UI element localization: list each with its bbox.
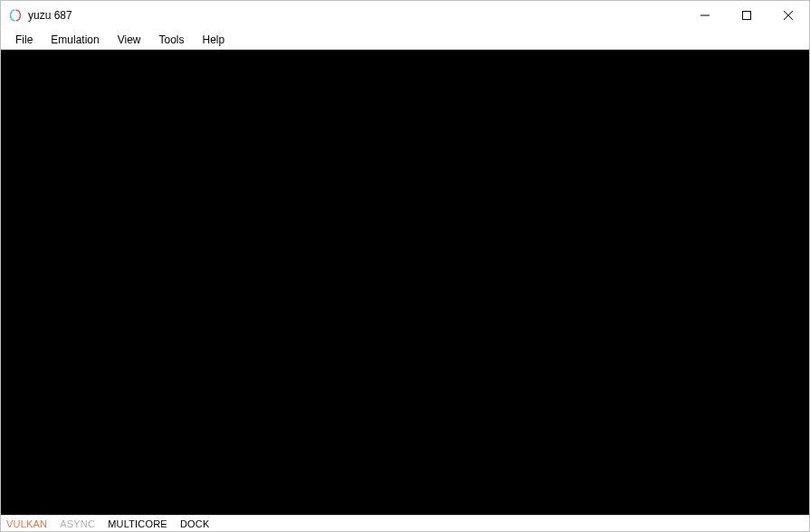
status-dock[interactable]: DOCK <box>180 518 210 529</box>
status-async[interactable]: ASYNC <box>60 518 95 529</box>
minimize-button[interactable] <box>684 1 726 30</box>
maximize-button[interactable] <box>726 1 767 30</box>
window-title: yuzu 687 <box>28 9 72 22</box>
close-button[interactable] <box>767 1 809 30</box>
app-window: yuzu 687 File Emulation Vi <box>0 0 810 532</box>
menu-view[interactable]: View <box>109 32 150 48</box>
statusbar: VULKAN ASYNC MULTICORE DOCK <box>1 515 809 531</box>
titlebar-left: yuzu 687 <box>8 8 72 23</box>
status-multicore[interactable]: MULTICORE <box>108 518 167 529</box>
menubar: File Emulation View Tools Help <box>1 30 809 50</box>
titlebar: yuzu 687 <box>1 1 809 30</box>
status-renderer[interactable]: VULKAN <box>6 518 47 529</box>
window-controls <box>684 1 809 30</box>
emulation-viewport <box>1 50 809 515</box>
menu-help[interactable]: Help <box>194 32 234 48</box>
yuzu-app-icon <box>8 8 23 23</box>
menu-file[interactable]: File <box>6 32 42 48</box>
svg-rect-1 <box>743 12 751 20</box>
close-icon <box>784 11 793 20</box>
menu-emulation[interactable]: Emulation <box>42 32 108 48</box>
minimize-icon <box>700 11 710 20</box>
menu-tools[interactable]: Tools <box>150 32 194 48</box>
maximize-icon <box>742 11 751 20</box>
